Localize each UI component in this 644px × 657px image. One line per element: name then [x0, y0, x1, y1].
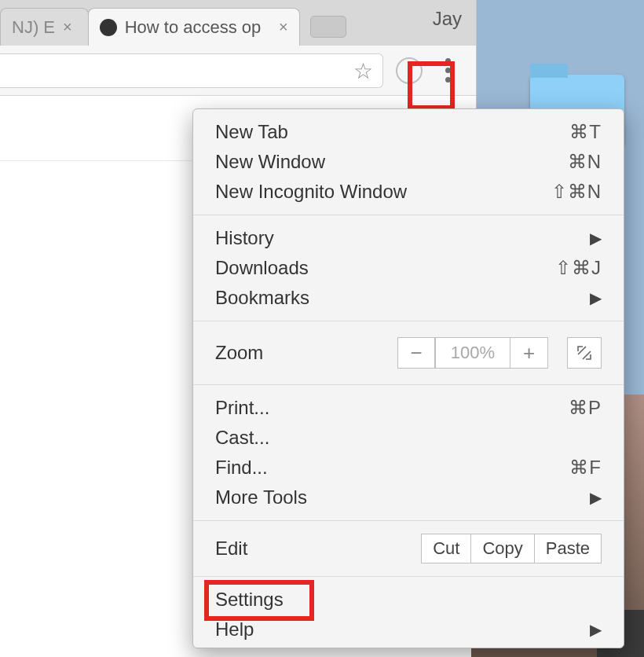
- tab-title: How to access op: [125, 17, 271, 38]
- new-tab-button[interactable]: [310, 16, 346, 38]
- zoom-controls: − 100% +: [397, 337, 548, 369]
- zoom-value: 100%: [435, 337, 510, 369]
- zoom-in-button[interactable]: +: [510, 337, 548, 369]
- menu-item-more-tools[interactable]: More Tools ▶: [193, 483, 624, 512]
- menu-item-new-tab[interactable]: New Tab ⌘T: [193, 117, 624, 147]
- browser-tab-active[interactable]: How to access op ×: [88, 8, 300, 46]
- tab-favicon: [100, 19, 117, 36]
- menu-item-bookmarks[interactable]: Bookmarks ▶: [193, 283, 624, 313]
- menu-item-history[interactable]: History ▶: [193, 223, 624, 253]
- address-bar[interactable]: ☆: [0, 53, 383, 88]
- bookmark-star-icon[interactable]: ☆: [353, 57, 373, 83]
- menu-item-zoom: Zoom − 100% +: [193, 329, 624, 376]
- fullscreen-button[interactable]: [567, 337, 602, 369]
- menu-item-edit: Edit Cut Copy Paste: [193, 529, 624, 568]
- menu-item-downloads[interactable]: Downloads ⇧⌘J: [193, 253, 624, 283]
- tab-title: NJ) E: [12, 17, 55, 38]
- chevron-right-icon: ▶: [590, 288, 602, 307]
- menu-item-settings[interactable]: Settings: [193, 585, 624, 615]
- menu-item-find[interactable]: Find... ⌘F: [193, 453, 624, 483]
- chrome-main-menu: New Tab ⌘T New Window ⌘N New Incognito W…: [192, 108, 624, 648]
- close-icon[interactable]: ×: [279, 18, 288, 36]
- menu-item-help[interactable]: Help ▶: [193, 615, 624, 644]
- menu-item-new-incognito[interactable]: New Incognito Window ⇧⌘N: [193, 177, 624, 207]
- profile-name[interactable]: Jay: [433, 8, 462, 30]
- edit-controls: Cut Copy Paste: [421, 534, 602, 563]
- extension-icon[interactable]: [396, 57, 423, 84]
- close-icon[interactable]: ×: [63, 18, 72, 36]
- zoom-out-button[interactable]: −: [397, 337, 435, 369]
- tab-strip: NJ) E × How to access op × Jay: [0, 0, 476, 46]
- menu-item-print[interactable]: Print... ⌘P: [193, 393, 624, 423]
- cut-button[interactable]: Cut: [421, 534, 471, 563]
- browser-tab-inactive[interactable]: NJ) E ×: [0, 8, 89, 46]
- copy-button[interactable]: Copy: [471, 534, 534, 563]
- toolbar: ☆: [0, 46, 476, 96]
- fullscreen-icon: [576, 345, 592, 361]
- paste-button[interactable]: Paste: [535, 534, 602, 563]
- menu-item-cast[interactable]: Cast...: [193, 423, 624, 453]
- menu-item-new-window[interactable]: New Window ⌘N: [193, 147, 624, 177]
- chevron-right-icon: ▶: [590, 229, 602, 248]
- chevron-right-icon: ▶: [590, 488, 602, 507]
- chevron-right-icon: ▶: [590, 620, 602, 639]
- chrome-menu-button[interactable]: [430, 53, 465, 88]
